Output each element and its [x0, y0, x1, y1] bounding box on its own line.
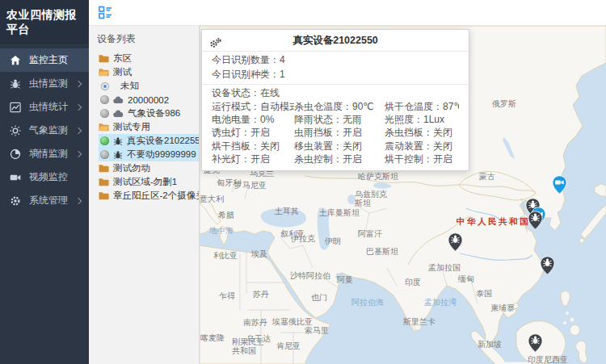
map-label-country: 俄罗斯	[492, 99, 516, 108]
sidebar-item-weather-monitor[interactable]: 气象监测	[0, 119, 89, 142]
tree-folder-test-area[interactable]: 测试区域-勿删1	[89, 175, 199, 189]
tree-device-real-21022550[interactable]: 真实设备21022550	[99, 134, 199, 148]
detail-cell: 光照度：1Lux	[385, 113, 459, 126]
tree-layout-icon[interactable]	[99, 6, 112, 19]
device-tree: 东区 测试 未知 20000002 气象设备986	[89, 52, 199, 203]
map-label-country: 乍得	[219, 291, 235, 300]
detail-cell: 诱虫灯：开启	[212, 126, 294, 139]
bug-map-pin[interactable]	[448, 232, 463, 255]
sidebar-nav: 监控主页 虫情监测 虫情统计 气象监测	[0, 48, 89, 212]
sidebar-item-system-settings[interactable]: 系统管理	[0, 189, 89, 212]
map-label-sea: 地中海	[209, 226, 234, 235]
status-dot-offline	[100, 150, 109, 159]
map-label-country: 阿富汗	[358, 229, 382, 238]
detail-cell: 移虫装置：关闭	[294, 140, 385, 153]
folder-icon	[99, 54, 109, 63]
settings-gears-icon[interactable]	[209, 35, 221, 56]
map-label-country: 南苏丹	[243, 318, 267, 327]
map-label-country: 也门	[311, 293, 327, 302]
sidebar-item-label: 视频监控	[29, 170, 82, 184]
tree-device-unknown[interactable]: 未知	[99, 79, 199, 93]
sidebar-item-monitor-home[interactable]: 监控主页	[0, 48, 89, 72]
sidebar-item-insect-monitor[interactable]: 虫情监测	[0, 72, 89, 95]
tree-label: 不要动99999999	[127, 149, 196, 161]
map-label-country: 沙特阿拉伯	[290, 271, 330, 280]
device-info-popup: 真实设备21022550 今日识别数量：4 今日识别种类：1 设备状态：在线 运…	[201, 29, 469, 171]
map-label-country: 斯里兰卡	[403, 317, 436, 326]
map-label-country: 柬埔寨	[490, 303, 515, 312]
tree-folder-test-nomove[interactable]: 测试勿动	[89, 161, 199, 175]
bug-icon	[9, 77, 21, 90]
detail-cell: 杀虫仓温度：90℃	[294, 100, 385, 113]
chevron-right-icon	[75, 198, 82, 204]
sidebar: 农业四情测报平台 监控主页 虫情监测 虫情统计	[0, 0, 89, 364]
popup-title: 真实设备21022550	[292, 35, 378, 46]
detail-cell: 烘干挡板：关闭	[212, 140, 294, 153]
chart-icon	[9, 101, 21, 113]
detail-cell: 降雨状态：无雨	[294, 113, 385, 126]
tree-device-donttouch[interactable]: 不要动99999999	[99, 148, 199, 161]
video-camera-icon	[9, 171, 21, 183]
sidebar-item-soil-monitor[interactable]: 墒情监测	[0, 142, 89, 165]
tree-label: 气象设备986	[128, 107, 180, 119]
map-label-country: 埃及	[251, 249, 267, 258]
map-label-country: 乌干达	[246, 334, 271, 343]
folder-open-icon	[99, 123, 109, 132]
sidebar-item-label: 气象监测	[29, 123, 75, 137]
bug-map-pin[interactable]	[540, 256, 555, 278]
map-label-country: 哈萨克斯坦	[358, 172, 398, 181]
tree-folder-test-special[interactable]: 测试专用	[89, 120, 199, 134]
map-label-country: 利比亚	[213, 251, 238, 260]
map-label-country: 阿曼	[337, 275, 353, 284]
status-dot-online	[100, 136, 109, 145]
cloud-device-icon	[113, 96, 124, 104]
sidebar-item-label: 虫情统计	[29, 100, 75, 114]
map-label-country: 索马里	[305, 326, 329, 335]
map-label-country: 希腊	[218, 211, 234, 220]
map-label-sea: 阿拉伯海	[351, 298, 384, 307]
tree-label: 真实设备21022550	[127, 135, 199, 147]
map-label-country: 罗马尼亚	[234, 181, 267, 190]
map-label-china: 中华人民共和国	[457, 217, 530, 226]
device-list-title: 设备列表	[89, 26, 199, 52]
detail-cell: 电池电量：0%	[212, 113, 294, 126]
map-label-country: 伊拉克	[291, 234, 315, 243]
detail-cell: 杀虫控制：开启	[294, 153, 385, 165]
world-map[interactable]: 俄罗斯蒙古哈萨克斯坦乌克兰捷克匈牙利罗马尼亚意大利希腊土耳其叙利亚伊拉克伊朗土库…	[200, 26, 606, 364]
gear-icon	[9, 195, 21, 207]
chevron-right-icon	[75, 81, 82, 87]
tree-folder-east[interactable]: 东区	[89, 52, 199, 65]
map-label-sea: 孟加拉湾	[424, 298, 457, 307]
bug-map-pin[interactable]	[528, 333, 543, 356]
tree-folder-test[interactable]: 测试	[89, 65, 199, 79]
map-label-country: 蒙古	[479, 172, 495, 181]
folder-open-icon	[99, 68, 109, 77]
bug-map-pin[interactable]	[528, 211, 543, 233]
camera-map-pin[interactable]	[552, 175, 567, 198]
sun-icon	[9, 124, 21, 136]
tree-folder-zhangqiu[interactable]: 章丘阳丘区-2个摄像头	[89, 189, 199, 203]
map-label-country: 巴基斯坦	[366, 247, 398, 256]
sidebar-item-label: 墒情监测	[29, 147, 75, 161]
map-label-country: 喀麦隆	[200, 333, 225, 342]
popup-summary: 今日识别数量：4 今日识别种类：1	[202, 52, 469, 85]
map-label-country: 意大利	[200, 195, 224, 203]
tree-device-weather986[interactable]: 气象设备986	[99, 107, 199, 120]
sidebar-item-video-monitor[interactable]: 视频监控	[0, 165, 89, 189]
tree-device-20000002[interactable]: 20000002	[99, 93, 199, 107]
tree-label: 测试勿动	[113, 162, 150, 174]
map-label-country: 印度尼西亚	[528, 355, 568, 364]
cloud-device-icon	[113, 110, 124, 118]
map-label-country: 肯尼亚	[276, 341, 301, 350]
chevron-right-icon	[75, 104, 82, 111]
map-label-country: 埃塞俄比亚	[272, 317, 313, 326]
sidebar-item-insect-stats[interactable]: 虫情统计	[0, 95, 89, 119]
status-dot-offline	[100, 109, 109, 118]
detail-cell: 震动装置：关闭	[385, 140, 459, 153]
tree-label: 测试专用	[113, 121, 150, 133]
moisture-icon	[9, 148, 21, 160]
tree-label: 未知	[120, 80, 139, 92]
app-title: 农业四情测报平台	[0, 0, 89, 45]
bug-device-icon	[113, 150, 123, 160]
detail-cell: 烘干控制：开启	[385, 153, 459, 165]
